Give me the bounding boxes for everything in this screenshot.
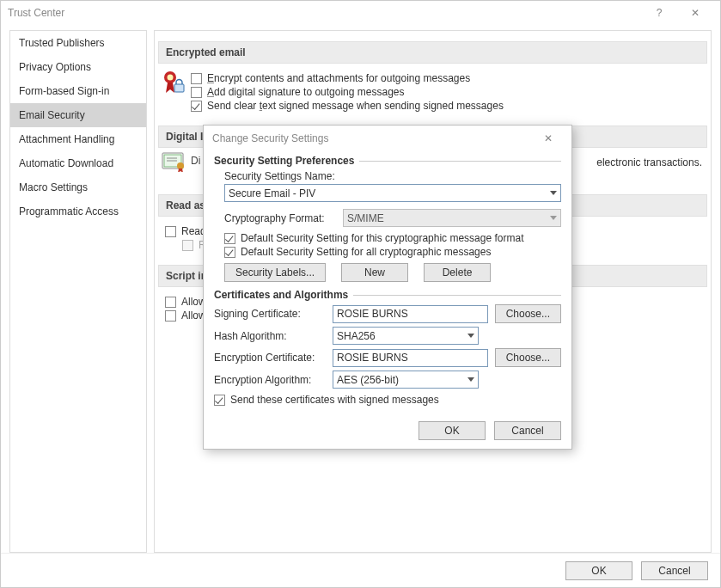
settings-name-label: Security Settings Name: bbox=[224, 170, 561, 182]
chevron-down-icon bbox=[550, 191, 557, 195]
ok-button[interactable]: OK bbox=[565, 561, 632, 580]
cb-send-with-label: Send these certificates with signed mess… bbox=[230, 394, 439, 406]
certificate-icon bbox=[162, 151, 186, 172]
enc-cert-label: Encryption Certificate: bbox=[214, 352, 326, 364]
cb-default-format-row[interactable]: Default Security Setting for this crypto… bbox=[224, 232, 561, 244]
ribbon-lock-icon bbox=[162, 70, 186, 96]
cb-default-format[interactable] bbox=[224, 233, 235, 244]
checkbox-allow1[interactable] bbox=[165, 297, 176, 308]
checkbox-encrypt-row[interactable]: Encrypt contents and attachments for out… bbox=[191, 72, 700, 84]
dialog-titlebar: Change Security Settings ✕ bbox=[204, 126, 571, 151]
cb-default-all-row[interactable]: Default Security Setting for all cryptog… bbox=[224, 246, 561, 258]
prefs-legend: Security Setting Preferences bbox=[214, 155, 561, 167]
new-button[interactable]: New bbox=[341, 263, 408, 282]
settings-name-select[interactable]: Secure Email - PIV bbox=[224, 184, 561, 202]
delete-button[interactable]: Delete bbox=[424, 263, 491, 282]
close-button[interactable]: ✕ bbox=[677, 1, 713, 25]
dialog-body: Security Setting Preferences Security Se… bbox=[204, 151, 571, 416]
sidebar-item-form-signin[interactable]: Form-based Sign-in bbox=[10, 79, 146, 103]
cb-send-with[interactable] bbox=[214, 395, 225, 406]
help-button[interactable]: ? bbox=[641, 1, 677, 25]
hash-alg-select[interactable]: SHA256 bbox=[333, 327, 479, 345]
trust-center-window: Trust Center ? ✕ Trusted Publishers Priv… bbox=[0, 0, 721, 588]
cb-send-with-row[interactable]: Send these certificates with signed mess… bbox=[214, 394, 561, 406]
security-labels-button[interactable]: Security Labels... bbox=[224, 263, 326, 282]
choose-signing-cert-button[interactable]: Choose... bbox=[495, 304, 561, 323]
dialog-footer: OK Cancel bbox=[204, 416, 571, 449]
sidebar-item-attachment-handling[interactable]: Attachment Handling bbox=[10, 127, 146, 151]
chevron-down-icon bbox=[467, 377, 474, 382]
checkbox-allow2[interactable] bbox=[165, 310, 176, 322]
crypto-format-select: S/MIME bbox=[343, 209, 561, 227]
cb-default-format-label: Default Security Setting for this crypto… bbox=[241, 232, 523, 244]
digital-ids-text-trail: electronic transactions. bbox=[596, 156, 702, 168]
crypto-format-value: S/MIME bbox=[347, 212, 384, 224]
svg-rect-2 bbox=[174, 84, 184, 92]
sidebar-item-macro-settings[interactable]: Macro Settings bbox=[10, 175, 146, 199]
sidebar-item-trusted-publishers[interactable]: Trusted Publishers bbox=[10, 31, 146, 55]
sidebar: Trusted Publishers Privacy Options Form-… bbox=[9, 30, 147, 553]
dialog-cancel-button[interactable]: Cancel bbox=[494, 421, 561, 440]
chevron-down-icon bbox=[467, 334, 474, 338]
dialog-title: Change Security Settings bbox=[212, 132, 534, 144]
choose-enc-cert-button[interactable]: Choose... bbox=[495, 348, 561, 367]
window-title: Trust Center bbox=[8, 7, 641, 19]
checkbox-encrypt-label: Encrypt contents and attachments for out… bbox=[207, 72, 470, 84]
section-encrypted-email-body: Encrypt contents and attachments for out… bbox=[156, 67, 709, 117]
enc-alg-label: Encryption Algorithm: bbox=[214, 374, 326, 386]
checkbox-sign-label: Add digital signature to outgoing messag… bbox=[207, 86, 405, 98]
sidebar-item-privacy-options[interactable]: Privacy Options bbox=[10, 55, 146, 79]
checkbox-sign[interactable] bbox=[191, 87, 202, 98]
cb-default-all-label: Default Security Setting for all cryptog… bbox=[241, 246, 491, 258]
checkbox-cleartext-row[interactable]: Send clear text signed message when send… bbox=[191, 100, 700, 112]
digital-ids-text-prefix: Di bbox=[191, 155, 200, 167]
checkbox-re bbox=[182, 240, 193, 251]
dialog-close-button[interactable]: ✕ bbox=[534, 126, 563, 150]
hash-alg-value: SHA256 bbox=[337, 330, 376, 342]
hash-alg-label: Hash Algorithm: bbox=[214, 330, 326, 342]
enc-cert-field: ROSIE BURNS bbox=[333, 349, 488, 367]
checkbox-encrypt[interactable] bbox=[191, 73, 202, 84]
signing-cert-label: Signing Certificate: bbox=[214, 308, 326, 320]
enc-alg-select[interactable]: AES (256-bit) bbox=[333, 371, 479, 389]
certs-legend: Certificates and Algorithms bbox=[214, 289, 561, 301]
checkbox-sign-row[interactable]: Add digital signature to outgoing messag… bbox=[191, 86, 700, 98]
footer: OK Cancel bbox=[1, 553, 720, 587]
checkbox-cleartext[interactable] bbox=[191, 101, 202, 112]
dialog-ok-button[interactable]: OK bbox=[419, 421, 486, 440]
section-encrypted-email-header: Encrypted email bbox=[158, 41, 707, 64]
titlebar: Trust Center ? ✕ bbox=[1, 1, 720, 25]
crypto-format-label: Cryptography Format: bbox=[224, 212, 336, 224]
change-security-settings-dialog: Change Security Settings ✕ Security Sett… bbox=[203, 125, 572, 450]
svg-point-7 bbox=[177, 162, 184, 169]
chevron-down-icon bbox=[550, 216, 557, 220]
signing-cert-field: ROSIE BURNS bbox=[333, 305, 488, 323]
settings-name-value: Secure Email - PIV bbox=[229, 187, 315, 199]
cancel-button[interactable]: Cancel bbox=[641, 561, 708, 580]
checkbox-cleartext-label: Send clear text signed message when send… bbox=[207, 100, 504, 112]
cb-default-all[interactable] bbox=[224, 247, 235, 258]
sidebar-item-automatic-download[interactable]: Automatic Download bbox=[10, 151, 146, 175]
sidebar-item-email-security[interactable]: Email Security bbox=[10, 103, 146, 127]
checkbox-read[interactable] bbox=[165, 226, 176, 237]
sidebar-item-programmatic-access[interactable]: Programmatic Access bbox=[10, 199, 146, 224]
enc-alg-value: AES (256-bit) bbox=[337, 374, 399, 386]
svg-point-1 bbox=[168, 75, 174, 81]
